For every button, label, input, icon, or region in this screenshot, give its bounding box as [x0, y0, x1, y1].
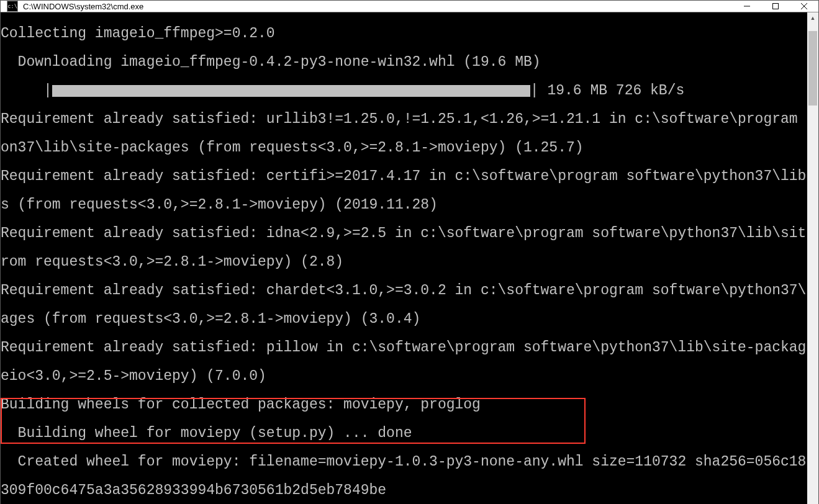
output-line: Downloading imageio_ffmpeg-0.4.2-py3-non… — [1, 55, 807, 70]
maximize-icon — [772, 2, 779, 10]
output-line: 309f00c6475a3a35628933994b6730561b2d5eb7… — [1, 484, 807, 498]
progress-stats: | 19.6 MB 726 kB/s — [530, 84, 684, 98]
output-line: s (from requests<3.0,>=2.8.1->moviepy) (… — [1, 198, 807, 212]
output-line: Requirement already satisfied: chardet<3… — [1, 284, 807, 298]
maximize-button[interactable] — [761, 1, 790, 12]
titlebar[interactable]: c:\ C:\WINDOWS\system32\cmd.exe — [1, 1, 818, 12]
output-line: ages (from requests<3.0,>=2.8.1->moviepy… — [1, 312, 807, 326]
output-line: Requirement already satisfied: pillow in… — [1, 341, 807, 355]
output-line: Requirement already satisfied: certifi>=… — [1, 169, 807, 184]
progress-line: || 19.6 MB 726 kB/s — [1, 84, 807, 98]
window-title: C:\WINDOWS\system32\cmd.exe — [23, 2, 733, 11]
progress-indent: | — [1, 84, 52, 98]
output-line: Collecting imageio_ffmpeg>=0.2.0 — [1, 27, 807, 41]
close-icon — [800, 2, 808, 10]
svg-rect-1 — [773, 4, 779, 9]
progress-bar-fill — [52, 85, 530, 97]
output-line: Created wheel for moviepy: filename=movi… — [1, 455, 807, 469]
vertical-scrollbar[interactable]: ▲ ▼ — [807, 12, 818, 504]
minimize-button[interactable] — [733, 1, 761, 12]
terminal-output[interactable]: Collecting imageio_ffmpeg>=0.2.0 Downloa… — [1, 12, 807, 504]
output-line: Requirement already satisfied: urllib3!=… — [1, 112, 807, 127]
scrollbar-thumb[interactable] — [808, 31, 817, 106]
output-line: Building wheels for collected packages: … — [1, 398, 807, 412]
cmd-icon: c:\ — [7, 1, 18, 12]
output-line: Requirement already satisfied: idna<2.9,… — [1, 227, 807, 241]
output-line: rom requests<3.0,>=2.8.1->moviepy) (2.8) — [1, 255, 807, 269]
content-area: Collecting imageio_ffmpeg>=0.2.0 Downloa… — [1, 12, 818, 504]
cmd-window: c:\ C:\WINDOWS\system32\cmd.exe Collecti… — [0, 0, 819, 504]
output-line: on37\lib\site-packages (from requests<3.… — [1, 141, 807, 155]
minimize-icon — [743, 2, 751, 10]
scroll-up-arrow-icon[interactable]: ▲ — [807, 12, 818, 24]
window-controls — [733, 1, 818, 12]
output-line: Building wheel for moviepy (setup.py) ..… — [1, 426, 807, 441]
close-button[interactable] — [790, 1, 818, 12]
output-line: eio<3.0,>=2.5->moviepy) (7.0.0) — [1, 369, 807, 384]
